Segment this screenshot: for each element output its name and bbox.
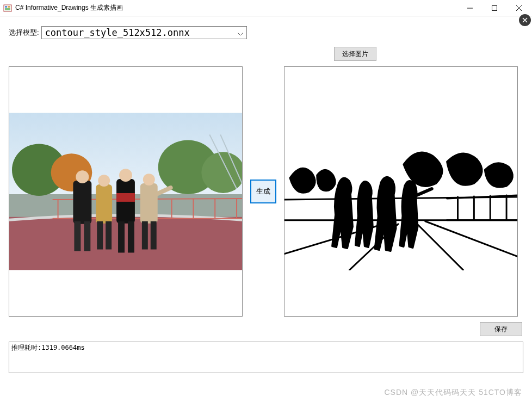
svg-rect-41 bbox=[140, 183, 158, 224]
model-row: 选择模型: contour_style_512x512.onnx bbox=[9, 26, 523, 39]
generate-button[interactable]: 生成 bbox=[250, 180, 276, 203]
select-image-button[interactable]: 选择图片 bbox=[334, 47, 376, 61]
input-image-box bbox=[9, 66, 243, 317]
svg-rect-1 bbox=[5, 6, 7, 8]
minimize-button[interactable] bbox=[457, 0, 482, 16]
window-controls bbox=[457, 0, 531, 16]
svg-rect-34 bbox=[97, 221, 103, 250]
app-icon bbox=[3, 4, 12, 13]
svg-rect-32 bbox=[96, 184, 112, 224]
svg-point-33 bbox=[98, 175, 110, 187]
svg-point-42 bbox=[143, 174, 155, 185]
titlebar: C# Informative_Drawings 生成素描画 bbox=[0, 0, 532, 16]
watermark-text: CSDN @天天代码码天天 51CTO博客 bbox=[384, 388, 522, 398]
input-image bbox=[9, 113, 242, 270]
svg-rect-31 bbox=[84, 221, 90, 251]
save-row: 保存 bbox=[9, 322, 523, 336]
svg-rect-12 bbox=[9, 217, 242, 270]
svg-rect-30 bbox=[74, 221, 81, 251]
svg-rect-44 bbox=[151, 221, 157, 250]
svg-rect-5 bbox=[492, 5, 497, 10]
select-image-row: 选择图片 bbox=[9, 47, 523, 61]
middle-column: 生成 bbox=[248, 180, 279, 203]
svg-rect-3 bbox=[5, 8, 10, 10]
output-image-box bbox=[284, 66, 518, 317]
log-text: 推理耗时:1319.0664ms bbox=[11, 344, 85, 351]
svg-point-37 bbox=[119, 169, 132, 182]
svg-rect-38 bbox=[116, 193, 135, 202]
svg-rect-28 bbox=[73, 181, 91, 224]
save-button[interactable]: 保存 bbox=[480, 322, 522, 336]
log-textbox[interactable]: 推理耗时:1319.0664ms bbox=[9, 342, 523, 373]
workspace: 生成 bbox=[9, 66, 523, 317]
output-sketch-image bbox=[284, 113, 517, 270]
window-title: C# Informative_Drawings 生成素描画 bbox=[15, 3, 457, 13]
model-combobox[interactable]: contour_style_512x512.onnx bbox=[41, 26, 247, 39]
svg-rect-40 bbox=[128, 221, 134, 253]
select-model-label: 选择模型: bbox=[9, 28, 39, 38]
svg-rect-2 bbox=[8, 6, 10, 8]
svg-rect-35 bbox=[106, 221, 112, 250]
maximize-button[interactable] bbox=[482, 0, 506, 16]
close-button[interactable] bbox=[506, 0, 531, 16]
client-area: 选择模型: contour_style_512x512.onnx 选择图片 bbox=[0, 16, 532, 402]
svg-point-29 bbox=[76, 170, 89, 183]
chevron-down-icon bbox=[238, 27, 243, 38]
svg-rect-43 bbox=[142, 221, 148, 250]
model-combobox-value: contour_style_512x512.onnx bbox=[45, 27, 190, 38]
svg-rect-39 bbox=[118, 221, 125, 253]
